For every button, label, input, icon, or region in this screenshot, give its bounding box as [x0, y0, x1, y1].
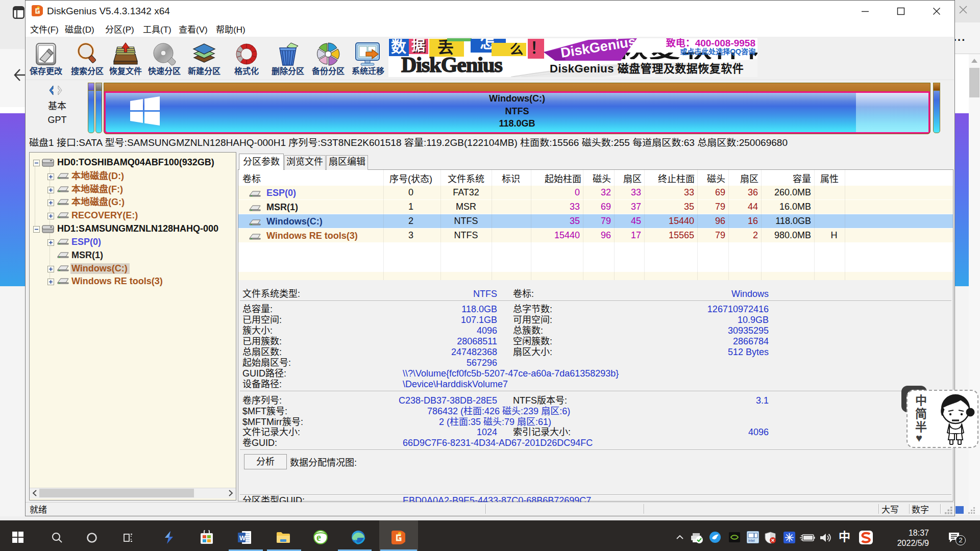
svg-text:W: W — [239, 534, 246, 542]
svg-text:intel: intel — [748, 539, 755, 542]
